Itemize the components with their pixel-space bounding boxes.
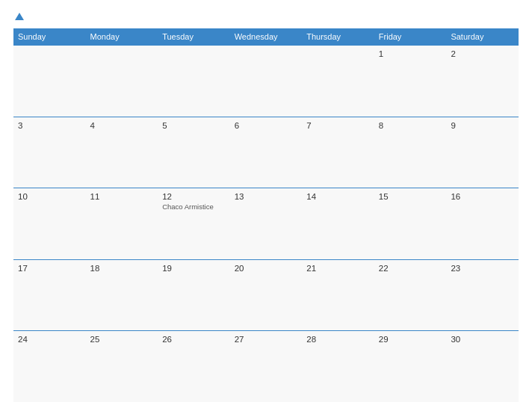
calendar-day-cell: 18	[86, 259, 158, 331]
calendar-day-cell: 14	[302, 188, 374, 260]
day-number: 7	[306, 121, 370, 130]
calendar-day-cell: 21	[302, 259, 374, 331]
day-number: 11	[90, 192, 154, 201]
calendar-day-cell: 15	[374, 188, 447, 260]
day-number: 24	[18, 335, 81, 344]
day-number: 4	[90, 121, 154, 130]
calendar-week-row: 17181920212223	[13, 259, 519, 331]
day-number: 14	[306, 192, 370, 201]
logo-triangle-icon	[15, 13, 24, 20]
day-number: 16	[451, 192, 514, 201]
weekday-header-monday: Monday	[86, 28, 158, 46]
day-number: 9	[451, 121, 514, 130]
calendar-day-cell: 12Chaco Armistice	[158, 188, 230, 260]
calendar-week-row: 3456789	[13, 117, 519, 188]
day-number: 8	[379, 121, 442, 130]
weekday-header-thursday: Thursday	[302, 28, 374, 46]
calendar-day-cell	[13, 46, 86, 117]
day-number: 25	[90, 335, 154, 344]
calendar-day-cell: 27	[230, 331, 303, 403]
holiday-name: Chaco Armistice	[162, 203, 226, 211]
day-number: 19	[162, 264, 226, 273]
weekday-header-row: SundayMondayTuesdayWednesdayThursdayFrid…	[13, 28, 519, 46]
weekday-header-friday: Friday	[374, 28, 447, 46]
weekday-header-sunday: Sunday	[13, 28, 86, 46]
day-number: 13	[235, 192, 298, 201]
header	[13, 13, 519, 21]
calendar-day-cell: 5	[158, 117, 230, 188]
calendar-day-cell: 29	[374, 331, 447, 403]
day-number: 2	[451, 49, 514, 58]
day-number: 1	[379, 49, 442, 58]
calendar-day-cell	[302, 46, 374, 117]
calendar-day-cell: 1	[374, 46, 447, 117]
calendar-day-cell: 9	[446, 117, 519, 188]
calendar-day-cell: 26	[158, 331, 230, 403]
day-number: 20	[235, 264, 298, 273]
calendar-day-cell: 6	[230, 117, 303, 188]
calendar-week-row: 101112Chaco Armistice13141516	[13, 188, 519, 260]
calendar-day-cell: 25	[86, 331, 158, 403]
day-number: 10	[18, 192, 81, 201]
day-number: 22	[379, 264, 442, 273]
calendar-day-cell: 4	[86, 117, 158, 188]
calendar-day-cell: 30	[446, 331, 519, 403]
calendar-day-cell: 28	[302, 331, 374, 403]
weekday-header-wednesday: Wednesday	[230, 28, 303, 46]
day-number: 28	[306, 335, 370, 344]
calendar-day-cell: 2	[446, 46, 519, 117]
day-number: 5	[162, 121, 226, 130]
day-number: 3	[18, 121, 81, 130]
calendar-day-cell: 17	[13, 259, 86, 331]
calendar-day-cell: 10	[13, 188, 86, 260]
calendar-day-cell: 20	[230, 259, 303, 331]
calendar-day-cell: 8	[374, 117, 447, 188]
calendar-day-cell: 3	[13, 117, 86, 188]
calendar-day-cell	[86, 46, 158, 117]
day-number: 29	[379, 335, 442, 344]
day-number: 12	[162, 192, 226, 201]
calendar-week-row: 24252627282930	[13, 331, 519, 403]
weekday-header-tuesday: Tuesday	[158, 28, 230, 46]
day-number: 27	[235, 335, 298, 344]
day-number: 6	[235, 121, 298, 130]
calendar-day-cell	[158, 46, 230, 117]
calendar-week-row: 12	[13, 46, 519, 117]
logo	[13, 13, 24, 21]
calendar-day-cell: 22	[374, 259, 447, 331]
calendar-page: SundayMondayTuesdayWednesdayThursdayFrid…	[0, 0, 532, 411]
calendar-day-cell	[230, 46, 303, 117]
day-number: 17	[18, 264, 81, 273]
day-number: 30	[451, 335, 514, 344]
calendar-table: SundayMondayTuesdayWednesdayThursdayFrid…	[13, 28, 519, 402]
calendar-day-cell: 23	[446, 259, 519, 331]
day-number: 21	[306, 264, 370, 273]
weekday-header-saturday: Saturday	[446, 28, 519, 46]
calendar-day-cell: 16	[446, 188, 519, 260]
day-number: 23	[451, 264, 514, 273]
calendar-day-cell: 24	[13, 331, 86, 403]
calendar-day-cell: 19	[158, 259, 230, 331]
calendar-day-cell: 13	[230, 188, 303, 260]
calendar-day-cell: 11	[86, 188, 158, 260]
day-number: 18	[90, 264, 154, 273]
day-number: 15	[379, 192, 442, 201]
day-number: 26	[162, 335, 226, 344]
calendar-day-cell: 7	[302, 117, 374, 188]
